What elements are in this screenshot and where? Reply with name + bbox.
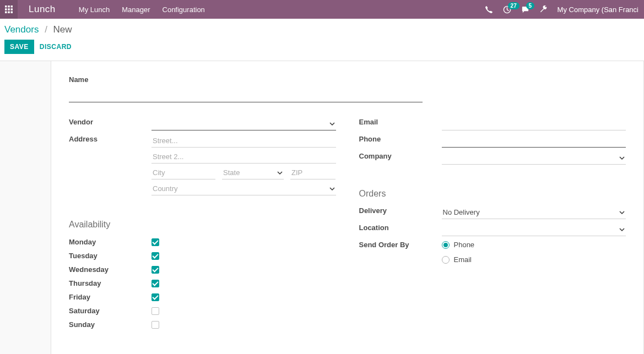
breadcrumb: Vendors / New [4, 24, 635, 35]
company-switcher[interactable]: My Company (San Franci [558, 6, 638, 14]
vendor-input[interactable] [151, 118, 336, 130]
form-area: Name Vendor [0, 61, 644, 354]
activities-badge: 27 [508, 2, 519, 9]
svg-rect-4 [8, 8, 10, 10]
debug-button[interactable] [539, 6, 548, 14]
availability-checkbox-saturday[interactable] [151, 307, 159, 315]
messages-button[interactable]: 5 [521, 6, 529, 14]
apps-grid-icon [5, 6, 13, 13]
company-label: Company [359, 150, 442, 167]
availability-row: Wednesday [69, 263, 336, 276]
send-order-radio-email[interactable] [442, 256, 450, 264]
zip-input[interactable] [290, 167, 335, 179]
availability-day-label: Thursday [69, 279, 151, 287]
address-label: Address [69, 133, 151, 198]
menu-configuration[interactable]: Configuration [163, 6, 205, 14]
availability-checkbox-sunday[interactable] [151, 321, 159, 329]
availability-day-label: Friday [69, 293, 151, 301]
send-order-by-label: Send Order By [359, 238, 442, 273]
breadcrumb-vendors[interactable]: Vendors [4, 24, 39, 35]
availability-day-label: Monday [69, 238, 151, 246]
country-input[interactable] [151, 183, 336, 195]
availability-row: Tuesday [69, 249, 336, 263]
apps-launcher[interactable] [0, 0, 18, 19]
availability-checkbox-friday[interactable] [151, 293, 159, 301]
availability-row: Monday [69, 235, 336, 249]
street-input[interactable] [151, 135, 336, 148]
form-sheet: Name Vendor [51, 61, 644, 354]
brand[interactable]: Lunch [18, 4, 69, 15]
send-order-radio-label: Phone [454, 241, 475, 249]
availability-checkbox-thursday[interactable] [151, 280, 159, 287]
systray: 27 5 My Company (San Franci [485, 6, 644, 14]
name-input[interactable] [69, 84, 423, 102]
availability-title: Availability [69, 220, 336, 230]
street2-input[interactable] [151, 151, 336, 164]
svg-rect-2 [11, 6, 13, 8]
location-label: Location [359, 221, 442, 238]
availability-checkbox-wednesday[interactable] [151, 266, 159, 274]
save-button[interactable]: SAVE [4, 40, 34, 54]
city-input[interactable] [151, 167, 215, 179]
phone-button[interactable] [485, 6, 493, 14]
send-order-radio-phone[interactable] [442, 241, 450, 249]
location-input[interactable] [442, 224, 626, 236]
main-menu: My Lunch Manager Configuration [69, 6, 205, 14]
phone-input[interactable] [442, 135, 626, 148]
svg-rect-3 [5, 8, 7, 10]
breadcrumb-separator: / [45, 24, 47, 35]
vendor-label: Vendor [69, 116, 151, 133]
svg-rect-0 [5, 6, 7, 8]
phone-icon [485, 6, 493, 14]
svg-rect-1 [8, 6, 10, 8]
messages-badge: 5 [526, 2, 535, 9]
availability-checkbox-monday[interactable] [151, 238, 159, 246]
menu-my-lunch[interactable]: My Lunch [79, 6, 110, 14]
company-input[interactable] [442, 152, 626, 165]
svg-rect-8 [11, 12, 13, 14]
svg-rect-6 [5, 12, 7, 14]
control-panel: Vendors / New SAVE DISCARD [0, 19, 644, 61]
delivery-label: Delivery [359, 204, 442, 221]
availability-day-label: Wednesday [69, 265, 151, 274]
send-order-option: Email [442, 255, 626, 264]
activities-button[interactable]: 27 [503, 6, 511, 14]
orders-title: Orders [359, 189, 626, 199]
availability-checkbox-tuesday[interactable] [151, 252, 159, 260]
send-order-option: Phone [442, 241, 626, 249]
name-label: Name [69, 75, 626, 84]
menu-manager[interactable]: Manager [122, 6, 150, 14]
svg-rect-5 [11, 8, 13, 10]
availability-row: Thursday [69, 276, 336, 290]
availability-row: Friday [69, 290, 336, 304]
topbar: Lunch My Lunch Manager Configuration 27 … [0, 0, 644, 19]
discard-button[interactable]: DISCARD [40, 43, 72, 51]
email-label: Email [359, 116, 442, 133]
svg-rect-7 [8, 12, 10, 14]
breadcrumb-current: New [53, 24, 72, 35]
state-input[interactable] [222, 167, 284, 179]
phone-label: Phone [359, 133, 442, 150]
delivery-input[interactable] [442, 206, 626, 219]
send-order-radio-label: Email [454, 255, 472, 264]
availability-day-label: Tuesday [69, 252, 151, 260]
wrench-icon [539, 6, 548, 14]
availability-day-label: Sunday [69, 320, 151, 329]
availability-day-label: Saturday [69, 307, 151, 315]
availability-row: Sunday [69, 318, 336, 331]
email-input[interactable] [442, 118, 626, 130]
availability-row: Saturday [69, 304, 336, 318]
availability-list: MondayTuesdayWednesdayThursdayFridaySatu… [69, 235, 336, 331]
